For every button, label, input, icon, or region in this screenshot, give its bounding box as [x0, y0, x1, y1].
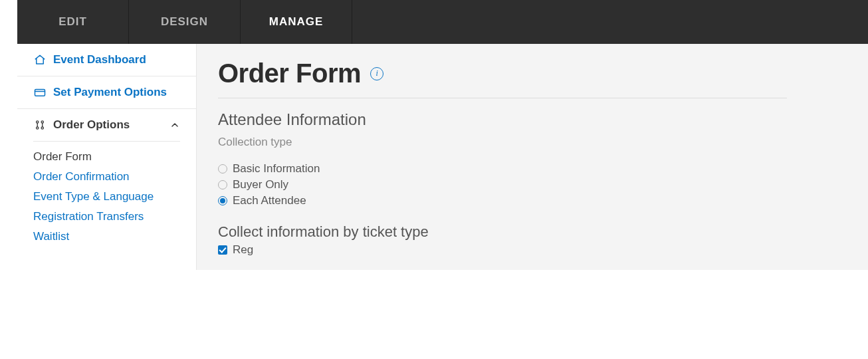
sidebar-item-label: Event Dashboard [53, 53, 146, 66]
sidebar-item-label: Registration Transfers [33, 210, 144, 223]
main-panel: Order Form i Attendee Information Collec… [197, 44, 868, 270]
sidebar-item-event-type-language[interactable]: Event Type & Language [33, 187, 180, 207]
sidebar-item-registration-transfers[interactable]: Registration Transfers [33, 207, 180, 227]
radio-option-buyer-only[interactable]: Buyer Only [218, 177, 847, 193]
radio-icon [218, 196, 227, 205]
radio-option-basic[interactable]: Basic Information [218, 161, 847, 177]
sidebar-sublist: Order Form Order Confirmation Event Type… [17, 147, 196, 247]
sidebar-item-label: Order Form [33, 150, 92, 163]
card-icon [33, 86, 47, 99]
tab-label: EDIT [58, 15, 87, 29]
tab-label: DESIGN [161, 15, 208, 29]
tab-label: MANAGE [269, 15, 324, 29]
content-area: Event Dashboard Set Payment Options [17, 44, 868, 270]
radio-label: Each Attendee [233, 194, 306, 207]
tab-manage[interactable]: MANAGE [241, 0, 352, 44]
section-heading-ticket-type: Collect information by ticket type [218, 223, 847, 241]
top-nav: EDIT DESIGN MANAGE [17, 0, 868, 44]
options-icon [33, 118, 47, 132]
sidebar-group-label: Order Options [53, 118, 130, 132]
sidebar-item-label: Waitlist [33, 230, 69, 243]
divider [33, 141, 180, 142]
sidebar-item-label: Event Type & Language [33, 190, 154, 203]
radio-label: Basic Information [233, 162, 320, 176]
sidebar-item-waitlist[interactable]: Waitlist [33, 227, 180, 247]
page-title-row: Order Form i [218, 59, 787, 98]
info-icon[interactable]: i [370, 67, 383, 80]
sidebar-item-order-confirmation[interactable]: Order Confirmation [33, 167, 180, 187]
radio-icon [218, 164, 227, 174]
svg-rect-0 [35, 90, 45, 96]
radio-icon [218, 180, 227, 189]
tab-edit[interactable]: EDIT [17, 0, 129, 44]
section-heading-attendee-info: Attendee Information [218, 110, 847, 129]
sidebar-item-label: Set Payment Options [53, 86, 167, 99]
chevron-up-icon [169, 120, 180, 130]
sidebar-item-order-form[interactable]: Order Form [33, 147, 180, 167]
tab-design[interactable]: DESIGN [129, 0, 241, 44]
collection-type-label: Collection type [218, 136, 847, 149]
sidebar-item-payment[interactable]: Set Payment Options [17, 76, 196, 109]
sidebar-item-label: Order Confirmation [33, 170, 130, 183]
radio-label: Buyer Only [233, 178, 288, 191]
radio-option-each-attendee[interactable]: Each Attendee [218, 193, 847, 209]
checkbox-icon [218, 245, 227, 255]
sidebar-group-order-options[interactable]: Order Options [17, 109, 196, 141]
checkbox-label: Reg [233, 243, 253, 257]
sidebar: Event Dashboard Set Payment Options [17, 44, 197, 270]
home-icon [33, 53, 47, 66]
sidebar-item-dashboard[interactable]: Event Dashboard [17, 44, 196, 76]
ticket-type-row-reg[interactable]: Reg [218, 243, 847, 257]
collection-type-radio-group: Basic Information Buyer Only Each Attend… [218, 161, 847, 209]
page-title: Order Form [218, 59, 361, 88]
